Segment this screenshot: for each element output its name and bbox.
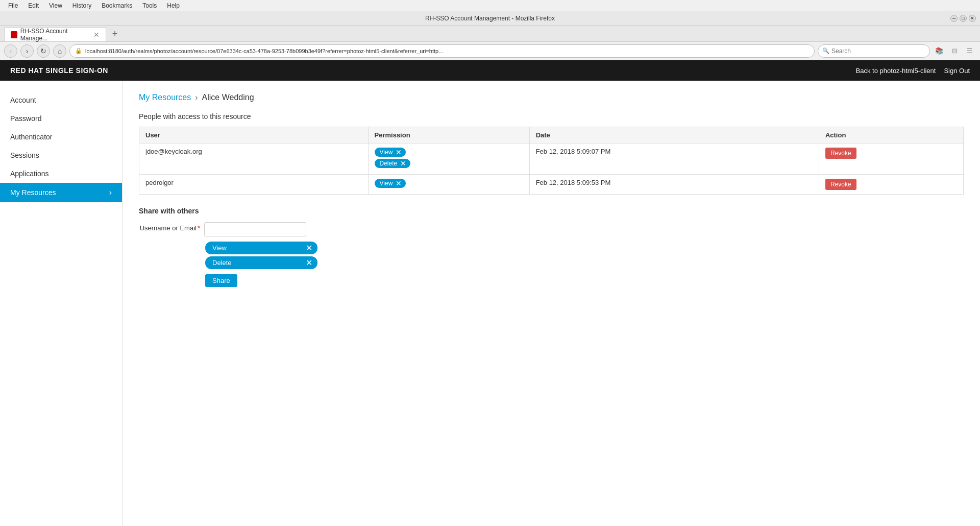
cell-action: Revoke	[819, 175, 963, 195]
share-permission-label: View	[212, 244, 227, 252]
revoke-button[interactable]: Revoke	[825, 179, 856, 190]
username-label: Username or Email*	[139, 222, 200, 232]
share-permission-view-tag: View ✕	[205, 242, 317, 254]
permission-tag-close[interactable]: ✕	[400, 160, 406, 167]
window-maximize[interactable]: □	[960, 15, 967, 22]
col-permission: Permission	[368, 127, 529, 144]
menu-history[interactable]: History	[68, 1, 95, 10]
sidebar-item-label: Authenticator	[10, 133, 53, 141]
revoke-button[interactable]: Revoke	[825, 148, 856, 159]
reload-button[interactable]: ↻	[37, 44, 50, 58]
menu-edit[interactable]: Edit	[24, 1, 43, 10]
sign-out-link[interactable]: Sign Out	[944, 67, 970, 75]
app-header: RED HAT SINGLE SIGN-ON Back to photoz-ht…	[0, 60, 980, 81]
browser-title-bar: RH-SSO Account Management - Mozilla Fire…	[0, 11, 980, 26]
sidebar-item-password[interactable]: Password	[0, 109, 122, 128]
sidebar-item-account[interactable]: Account	[0, 91, 122, 109]
col-user: User	[139, 127, 369, 144]
menu-tools[interactable]: Tools	[138, 1, 161, 10]
table-row: jdoe@keycloak.org View ✕ Delete ✕	[139, 144, 964, 175]
content-area: My Resources › Alice Wedding People with…	[122, 81, 980, 526]
search-bar[interactable]: 🔍	[818, 44, 930, 58]
cell-user: jdoe@keycloak.org	[139, 144, 369, 175]
permission-tag-view: View ✕	[375, 179, 406, 188]
share-permission-delete-tag: Delete ✕	[205, 256, 317, 269]
tab-favicon	[11, 31, 17, 38]
col-action: Action	[819, 127, 963, 144]
tab-title: RH-SSO Account Manage...	[20, 28, 90, 42]
required-star: *	[198, 224, 200, 232]
permission-tag-close[interactable]: ✕	[396, 180, 402, 187]
people-section-title: People with access to this resource	[139, 112, 964, 121]
tab-close-button[interactable]: ✕	[93, 31, 100, 39]
sidebar: Account Password Authenticator Sessions …	[0, 81, 122, 526]
resource-table: User Permission Date Action jdoe@keycloa…	[139, 127, 964, 195]
sidebar-toggle-icon[interactable]: ⊟	[948, 45, 961, 57]
tab-rh-sso[interactable]: RH-SSO Account Manage... ✕	[4, 27, 106, 41]
address-bar[interactable]: 🔒 localhost:8180/auth/realms/photoz/acco…	[69, 44, 815, 58]
permission-tag-label: Delete	[380, 160, 398, 167]
cell-user: pedroigor	[139, 175, 369, 195]
back-to-app-link[interactable]: Back to photoz-html5-client	[856, 67, 936, 75]
search-icon: 🔍	[822, 47, 829, 54]
permission-tag-label: View	[380, 180, 393, 187]
sidebar-item-applications[interactable]: Applications	[0, 164, 122, 183]
sidebar-item-label: Account	[10, 96, 36, 104]
sidebar-item-label: Sessions	[10, 151, 39, 159]
table-row: pedroigor View ✕ Feb 12, 2018 5:09:53 PM…	[139, 175, 964, 195]
share-permissions-container: View ✕ Delete ✕	[205, 242, 964, 269]
menu-bookmarks[interactable]: Bookmarks	[97, 1, 136, 10]
permission-tag-close[interactable]: ✕	[396, 149, 402, 156]
search-input[interactable]	[831, 47, 925, 55]
permission-tag-label: View	[380, 149, 393, 156]
menu-help[interactable]: Help	[163, 1, 184, 10]
window-controls: ─ □ ✕	[950, 15, 976, 22]
share-section: Share with others Username or Email* Vie…	[139, 207, 964, 287]
header-links: Back to photoz-html5-client Sign Out	[856, 67, 970, 75]
breadcrumb-my-resources-link[interactable]: My Resources	[139, 93, 191, 102]
share-permission-delete-close[interactable]: ✕	[306, 258, 312, 268]
cell-date: Feb 12, 2018 5:09:07 PM	[529, 144, 819, 175]
home-button[interactable]: ⌂	[53, 44, 66, 58]
tab-bar: RH-SSO Account Manage... ✕ +	[0, 26, 980, 42]
cell-date: Feb 12, 2018 5:09:53 PM	[529, 175, 819, 195]
menu-icon[interactable]: ☰	[964, 45, 976, 57]
main-layout: Account Password Authenticator Sessions …	[0, 81, 980, 526]
permission-tag-view: View ✕	[375, 148, 406, 157]
share-button[interactable]: Share	[205, 274, 237, 287]
permission-tag-delete: Delete ✕	[375, 159, 411, 168]
new-tab-button[interactable]: +	[108, 27, 121, 40]
menu-view[interactable]: View	[45, 1, 66, 10]
browser-toolbar: ‹ › ↻ ⌂ 🔒 localhost:8180/auth/realms/pho…	[0, 42, 980, 60]
sidebar-item-label: Applications	[10, 170, 49, 178]
col-date: Date	[529, 127, 819, 144]
menu-file[interactable]: File	[4, 1, 22, 10]
breadcrumb-current: Alice Wedding	[202, 93, 254, 102]
share-permission-view-close[interactable]: ✕	[306, 243, 312, 253]
chevron-right-icon: ›	[109, 188, 112, 197]
cell-permission: View ✕ Delete ✕	[368, 144, 529, 175]
cell-permission: View ✕	[368, 175, 529, 195]
username-or-email-input[interactable]	[204, 222, 306, 236]
url-text: localhost:8180/auth/realms/photoz/accoun…	[85, 48, 443, 54]
breadcrumb: My Resources › Alice Wedding	[139, 93, 964, 102]
share-permission-label: Delete	[212, 259, 232, 267]
window-minimize[interactable]: ─	[950, 15, 958, 22]
back-button[interactable]: ‹	[4, 44, 17, 58]
window-close[interactable]: ✕	[969, 15, 976, 22]
sidebar-item-sessions[interactable]: Sessions	[0, 146, 122, 164]
sidebar-item-label: My Resources	[10, 188, 56, 197]
share-section-title: Share with others	[139, 207, 964, 215]
sidebar-item-my-resources[interactable]: My Resources ›	[0, 183, 122, 202]
sidebar-item-authenticator[interactable]: Authenticator	[0, 128, 122, 146]
username-form-group: Username or Email*	[139, 222, 964, 236]
breadcrumb-separator: ›	[195, 93, 198, 102]
cell-action: Revoke	[819, 144, 963, 175]
menu-bar: File Edit View History Bookmarks Tools H…	[0, 0, 980, 11]
forward-button[interactable]: ›	[20, 44, 34, 58]
sidebar-item-label: Password	[10, 114, 41, 123]
app-brand: RED HAT SINGLE SIGN-ON	[10, 66, 108, 75]
library-icon[interactable]: 📚	[933, 45, 945, 57]
window-title: RH-SSO Account Management - Mozilla Fire…	[425, 15, 555, 22]
lock-icon: 🔒	[75, 47, 82, 54]
